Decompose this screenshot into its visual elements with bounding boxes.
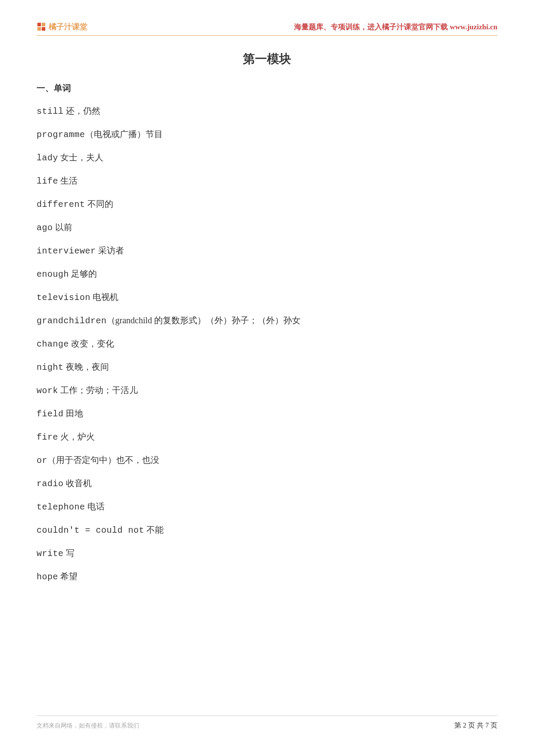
page-container: 橘子汁课堂 海量题库、专项训练，进入橘子汁课堂官网下载 www.juzizhi.… [0, 0, 534, 756]
vocab-item: different 不同的 [37, 198, 497, 210]
section-title: 一、单词 [37, 82, 497, 94]
vocab-chinese: （用于否定句中）也不，也没 [47, 455, 159, 465]
vocab-english: field [37, 409, 64, 419]
vocab-item: night 夜晚，夜间 [37, 361, 497, 373]
vocab-english: work [37, 386, 58, 396]
svg-rect-2 [37, 27, 41, 31]
vocab-chinese: 改变，变化 [69, 339, 114, 348]
vocab-english: life [37, 176, 58, 186]
vocab-english: television [37, 293, 90, 303]
vocab-chinese: 电视机 [90, 292, 118, 302]
vocab-english: programme [37, 130, 85, 140]
vocab-chinese: 电话 [85, 502, 105, 511]
footer-disclaimer: 文档来自网络，如有侵权，请联系我们 [37, 722, 139, 730]
vocab-chinese: （grandchild 的复数形式）（外）孙子；（外）孙女 [107, 316, 301, 325]
vocab-item: change 改变，变化 [37, 338, 497, 350]
svg-rect-3 [42, 27, 45, 31]
header-tagline: 海量题库、专项训练，进入橘子汁课堂官网下载 www.juzizhi.cn [294, 22, 497, 32]
vocab-item: enough 足够的 [37, 268, 497, 280]
vocab-item: life 生活 [37, 175, 497, 187]
vocab-item: field 田地 [37, 408, 497, 419]
page-footer: 文档来自网络，如有侵权，请联系我们 第 2 页 共 7 页 [37, 715, 497, 730]
vocab-english: enough [37, 269, 69, 279]
vocab-english: still [37, 106, 64, 116]
vocab-item: lady 女士，夫人 [37, 152, 497, 163]
vocab-item: work 工作；劳动；干活儿 [37, 384, 497, 396]
vocab-english: ago [37, 223, 53, 233]
vocab-english: telephone [37, 502, 85, 512]
vocab-english: hope [37, 572, 58, 582]
vocab-chinese: 以前 [53, 222, 72, 232]
vocab-english: night [37, 362, 64, 372]
vocab-chinese: 女士，夫人 [58, 153, 103, 162]
vocab-english: write [37, 549, 64, 559]
vocab-item: telephone 电话 [37, 501, 497, 512]
vocab-chinese: 生活 [58, 176, 78, 185]
vocab-english: radio [37, 479, 64, 489]
vocab-chinese: 还，仍然 [64, 106, 100, 116]
vocab-chinese: 写 [64, 548, 75, 558]
page-number: 第 2 页 共 7 页 [454, 721, 497, 730]
vocab-chinese: 火，炉火 [58, 432, 95, 441]
vocab-chinese: 工作；劳动；干活儿 [58, 385, 138, 395]
content-area: 第一模块 一、单词 still 还，仍然programme（电视或广播）节目la… [37, 51, 497, 707]
vocab-chinese: 不能 [144, 525, 164, 534]
vocab-item: fire 火，炉火 [37, 431, 497, 443]
vocab-item: programme（电视或广播）节目 [37, 128, 497, 140]
vocab-english: couldn't = could not [37, 525, 144, 535]
vocab-chinese: 希望 [58, 572, 78, 581]
vocab-chinese: 夜晚，夜间 [64, 362, 109, 372]
vocab-item: grandchildren（grandchild 的复数形式）（外）孙子；（外）… [37, 315, 497, 326]
vocab-item: still 还，仍然 [37, 105, 497, 117]
logo-icon [37, 22, 46, 31]
page-header: 橘子汁课堂 海量题库、专项训练，进入橘子汁课堂官网下载 www.juzizhi.… [37, 22, 497, 36]
logo-text: 橘子汁课堂 [49, 22, 87, 32]
vocab-item: hope 希望 [37, 571, 497, 582]
vocab-item: interviewer 采访者 [37, 245, 497, 256]
vocab-chinese: 采访者 [96, 246, 124, 255]
vocab-chinese: 不同的 [85, 199, 113, 209]
vocab-item: television 电视机 [37, 291, 497, 303]
vocab-english: lady [37, 153, 58, 163]
vocab-english: different [37, 200, 85, 209]
vocab-item: couldn't = could not 不能 [37, 524, 497, 536]
vocab-english: grandchildren [37, 316, 107, 326]
vocab-chinese: 足够的 [69, 269, 97, 278]
vocab-english: change [37, 339, 69, 349]
vocab-chinese: 田地 [64, 409, 83, 418]
vocab-item: or（用于否定句中）也不，也没 [37, 454, 497, 466]
vocab-chinese: （电视或广播）节目 [85, 129, 163, 139]
vocab-item: write 写 [37, 547, 497, 559]
vocab-english: fire [37, 432, 58, 442]
vocab-chinese: 收音机 [64, 478, 92, 488]
svg-rect-1 [42, 23, 45, 26]
vocabulary-list: still 还，仍然programme（电视或广播）节目lady 女士，夫人li… [37, 105, 497, 582]
vocab-english: or [37, 456, 47, 465]
module-title: 第一模块 [37, 51, 497, 67]
logo: 橘子汁课堂 [37, 22, 87, 32]
svg-rect-0 [37, 23, 41, 26]
vocab-item: ago 以前 [37, 222, 497, 233]
vocab-english: interviewer [37, 246, 96, 256]
vocab-item: radio 收音机 [37, 478, 497, 489]
